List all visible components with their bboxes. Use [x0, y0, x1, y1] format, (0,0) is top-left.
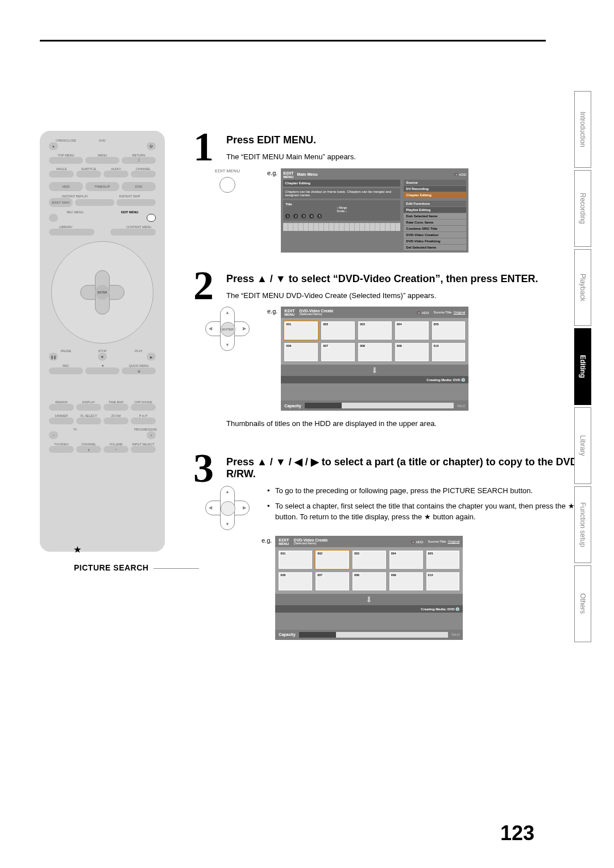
screen-dvd-create-2: EDITMENU DVD-Video Create(Selected Items… — [275, 536, 463, 640]
dvd-button[interactable]: DVD — [122, 182, 156, 191]
rec-button[interactable] — [49, 367, 83, 374]
thumb — [389, 572, 423, 590]
content-menu-button[interactable] — [110, 229, 156, 235]
edit-menu-label: EDIT MENU — [215, 168, 240, 173]
step-2-note: Thumbnails of titles on the HDD are disp… — [226, 419, 586, 429]
input-select-button[interactable] — [131, 446, 156, 453]
thumb — [358, 321, 392, 340]
thumb — [284, 321, 318, 340]
library-button[interactable] — [49, 229, 94, 235]
open-close-button[interactable]: ▲ — [49, 142, 58, 150]
angle-button[interactable] — [49, 171, 74, 177]
easy-navi-button[interactable]: EASY NAVI — [49, 198, 73, 207]
tv-plus-button[interactable]: + — [147, 431, 156, 439]
step-3-bullets: To go to the preceding or following page… — [267, 486, 586, 523]
time-bar-button[interactable] — [103, 404, 128, 411]
remote-top-labels: OPEN/CLOSE DVD — [48, 139, 157, 142]
rec-menu-button[interactable] — [49, 214, 58, 222]
tv-video-button[interactable] — [49, 446, 74, 453]
zoom-button[interactable] — [103, 418, 128, 424]
thumb — [284, 343, 318, 361]
thumb — [279, 551, 312, 569]
power-button[interactable]: ⏻ — [147, 142, 156, 150]
remain-button[interactable] — [49, 404, 74, 411]
thumb — [352, 572, 386, 590]
side-tabs: Introduction Recording Playback Editing … — [574, 91, 591, 642]
page-number: 123 — [500, 821, 534, 845]
step-1: 1 Press EDIT MENU. The “EDIT MENU Main M… — [193, 131, 586, 253]
instant-skip-button[interactable] — [117, 199, 156, 206]
step-2-text: The “EDIT MENU DVD-Video Create (Selecte… — [226, 291, 586, 301]
menu-button[interactable] — [85, 157, 119, 164]
tab-editing: Editing — [574, 328, 591, 405]
tab-function-setup: Function setup — [574, 486, 591, 563]
stop-button[interactable]: ■ — [98, 353, 107, 361]
dpad-icon: ENTER ▲▼◀▶ — [205, 307, 250, 351]
thumb — [395, 343, 429, 361]
step-3: 3 Press ▲ / ▼ / ◀ / ▶ to select a part (… — [193, 452, 586, 640]
thumb — [321, 321, 355, 340]
nav-ring[interactable]: ENTER — [51, 241, 154, 344]
eg-label: e.g. — [262, 537, 272, 544]
step-2-title: Press ▲ / ▼ to select “DVD-Video Creatio… — [226, 273, 586, 285]
eg-label: e.g. — [267, 308, 277, 315]
thumb — [321, 343, 355, 361]
timeslip-button[interactable]: TIMESLIP — [85, 182, 119, 191]
thumb — [426, 551, 460, 569]
play-button[interactable]: ▶ — [147, 353, 156, 361]
enter-button[interactable]: ENTER — [95, 285, 110, 300]
screen-edit-main: EDITMENU Main Menu 📼 HDD Chapter Editing… — [281, 168, 468, 253]
tab-others: Others — [574, 565, 591, 642]
instant-replay-button[interactable] — [75, 199, 114, 206]
thumb — [432, 321, 466, 340]
channel-button[interactable] — [131, 171, 156, 177]
pause-button[interactable]: ❚❚ — [49, 353, 58, 361]
thumb — [395, 321, 429, 340]
thumb — [426, 572, 460, 590]
return-button[interactable]: ⤴ — [122, 157, 156, 164]
tab-playback: Playback — [574, 249, 591, 326]
top-menu-button[interactable] — [49, 157, 83, 164]
thumb — [316, 551, 349, 569]
chp-divide-button[interactable] — [131, 404, 156, 411]
fl-select-button[interactable] — [76, 418, 101, 424]
tab-library: Library — [574, 407, 591, 484]
eg-label: e.g. — [267, 170, 277, 176]
thumb — [389, 551, 423, 569]
thumb — [432, 343, 466, 361]
pinp-button[interactable] — [131, 418, 156, 424]
thumb — [279, 572, 312, 590]
subtitle-button[interactable] — [76, 171, 101, 177]
thumb — [316, 572, 349, 590]
remote-control: OPEN/CLOSE DVD ▲ ⏻ TOP MENU MENU RETURN — [40, 131, 165, 552]
thumb — [352, 551, 386, 569]
tab-introduction: Introduction — [574, 91, 591, 168]
picture-search-callout: ★PICTURE SEARCH — [74, 545, 199, 572]
tab-recording: Recording — [574, 170, 591, 247]
edit-menu-icon — [219, 177, 235, 193]
dpad-icon: ▲▼◀▶ — [205, 486, 250, 530]
quick-menu-button[interactable]: ⊕ — [122, 367, 156, 374]
display-button[interactable] — [76, 404, 101, 411]
top-rule — [40, 40, 546, 42]
audio-button[interactable] — [103, 171, 128, 177]
thumb — [358, 343, 392, 361]
step-2: 2 Press ▲ / ▼ to select “DVD-Video Creat… — [193, 270, 586, 435]
edit-menu-button[interactable] — [147, 214, 156, 222]
channel-updown-button[interactable]: ∨ — [76, 446, 101, 453]
step-3-title: Press ▲ / ▼ / ◀ / ▶ to select a part (a … — [226, 456, 586, 480]
step-1-text: The “EDIT MENU Main Menu” appears. — [226, 152, 586, 163]
hdd-button[interactable]: HDD — [49, 182, 83, 191]
tv-minus-button[interactable]: − — [49, 431, 58, 439]
star-button[interactable] — [85, 367, 119, 374]
screen-dvd-create-1: EDITMENU DVD-Video Create(Selected Items… — [281, 307, 468, 411]
step-1-title: Press EDIT MENU. — [226, 134, 586, 146]
dimmer-button[interactable] — [49, 418, 74, 424]
volume-button[interactable]: − — [103, 446, 128, 453]
